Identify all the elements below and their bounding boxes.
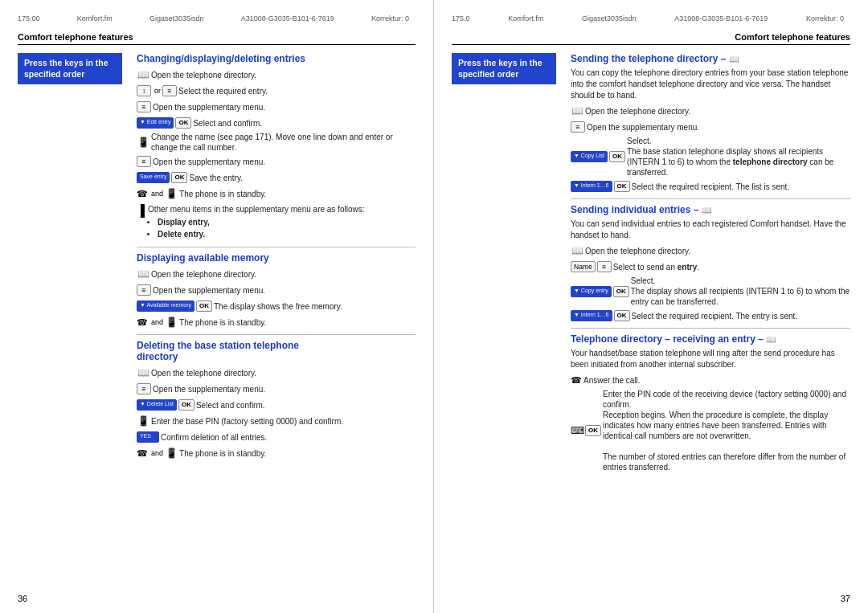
menu-key-4: ≡ — [137, 284, 151, 296]
step-row: Save entry OK Save the entry. — [137, 170, 416, 185]
step-row: ⌨ OK Enter the PIN code of the receiving… — [571, 389, 850, 472]
step-row: 📖 Open the telephone directory. — [137, 67, 416, 82]
ok-key-r2: OK — [614, 181, 630, 192]
heading-receiving: Telephone directory – receiving an entry… — [571, 333, 850, 345]
heading-individual: Sending individual entries – 📖 — [571, 204, 850, 215]
step-row: ≡ Open the supplementary menu. — [571, 120, 850, 134]
avail-memory-key: ▼ Available memory — [137, 300, 194, 312]
intern-key-r2: ▼ Intern 1…6 — [571, 310, 612, 321]
step-row: YES Confirm deletion of all entries. — [137, 430, 416, 444]
menu-key-r2: ≡ — [597, 261, 612, 272]
heading-deleting: Deleting the base station telephonedirec… — [137, 340, 416, 362]
ok-key-r3: OK — [613, 286, 629, 297]
step-row: ≡ Open the supplementary menu. — [137, 283, 416, 297]
phone-icon-3: ☎ — [137, 448, 148, 459]
step-row: 📖 Open the telephone directory. — [137, 366, 416, 380]
meta-korrektur-right: Korrektur: 0 — [806, 14, 844, 22]
step-row: 📱 Enter the base PIN (factory setting 00… — [137, 414, 416, 428]
keypad-icon-r1: ⌨ — [571, 424, 583, 437]
right-left-col: Press the keys in thespecified order — [452, 53, 564, 474]
step-row: ☎ Answer the call. — [571, 373, 850, 387]
handset-icon-1: 📱 — [137, 136, 149, 149]
book-icon-1: 📖 — [137, 68, 149, 81]
individual-intro: You can send individual entries to each … — [571, 219, 850, 241]
meta-version-left: 175.00 — [18, 14, 40, 22]
right-page: 175.0 Komfort.fm Gigaset3035isdn A31008-… — [434, 0, 868, 613]
ok-key-4: OK — [178, 399, 194, 411]
menu-key-3: ≡ — [137, 156, 151, 167]
step-row: ☎ and 📱 The phone is in standby. — [137, 315, 416, 329]
sending-intro: You can copy the telephone directory ent… — [571, 67, 850, 101]
book-icon-3: 📖 — [137, 366, 149, 379]
copy-list-key: ▼ Copy List — [571, 151, 608, 162]
meta-gigaset-left: Gigaset3035isdn — [149, 14, 204, 22]
menu-key-2: ≡ — [137, 101, 151, 112]
meta-gigaset-right: Gigaset3035isdn — [582, 14, 637, 22]
blue-box-left: Press the keys in thespecified order — [18, 53, 122, 84]
heading-sending: Sending the telephone directory – 📖 — [571, 53, 850, 64]
handset-icon-2: 📱 — [165, 187, 178, 200]
left-col-keys: Press the keys in thespecified order — [18, 53, 130, 462]
yes-key: YES — [137, 431, 159, 443]
receiving-intro: Your handset/base station telephone will… — [571, 348, 850, 370]
handset-icon-5: 📱 — [165, 447, 178, 460]
step-row: Name ≡ Select to send an entry. — [571, 260, 850, 274]
handset-icon-3: 📱 — [165, 316, 178, 329]
step-row: ☎ and 📱 The phone is in standby. — [137, 446, 416, 460]
meta-korrektur-left: Korrektur: 0 — [371, 14, 409, 22]
divider-1 — [137, 247, 416, 247]
heading-changing: Changing/displaying/deleting entries — [137, 53, 416, 64]
step-row: ▼ Intern 1…6 OK Select the required reci… — [571, 309, 850, 323]
meta-komfort-left: Komfort.fm — [77, 14, 113, 22]
ok-key-r1: OK — [609, 151, 625, 162]
menu-key: ≡ — [162, 85, 177, 96]
step-row: ▼ Available memory OK The display shows … — [137, 299, 416, 313]
save-entry-key: Save entry — [137, 172, 170, 183]
step-row: ≡ Open the supplementary menu. — [137, 154, 416, 169]
step-row: ☎ and 📱 The phone is in standby. — [137, 186, 416, 201]
page-num-left: 36 — [18, 594, 27, 603]
copy-entry-key: ▼ Copy entry — [571, 286, 612, 297]
book-icon-r2: 📖 — [571, 244, 583, 257]
ok-key-3: OK — [196, 300, 212, 312]
name-key: Name — [571, 261, 596, 272]
left-section-title: Comfort telephone features — [18, 32, 416, 45]
step-row: 📖 Open the telephone directory. — [571, 243, 850, 258]
meta-code-left: A31008-G3035-B101-6-7619 — [241, 14, 334, 22]
left-header-meta: 175.00 Komfort.fm Gigaset3035isdn A31008… — [18, 14, 416, 26]
note-icon: ▐ — [137, 204, 145, 217]
divider-r1 — [571, 198, 850, 199]
divider-r2 — [571, 328, 850, 329]
right-header-meta: 175.0 Komfort.fm Gigaset3035isdn A31008-… — [452, 14, 850, 26]
meta-version-right: 175.0 — [452, 14, 470, 22]
note-box: ▐ Other menu items in the supplementary … — [137, 204, 416, 242]
divider-2 — [137, 334, 416, 335]
heading-memory: Displaying available memory — [137, 252, 416, 264]
ok-key-r4: OK — [614, 310, 630, 321]
step-row: ≡ Open the supplementary menu. — [137, 100, 416, 114]
blue-box-right: Press the keys in thespecified order — [452, 53, 556, 84]
nav-key: ↕ — [137, 85, 151, 96]
step-row: 📱 Change the name (see page 171). Move o… — [137, 132, 416, 153]
book-icon-r1: 📖 — [571, 104, 583, 117]
delete-list-key: ▼ Delete List — [137, 399, 177, 411]
phone-icon-r1: ☎ — [571, 375, 582, 386]
step-row: ≡ Open the supplementary menu. — [137, 382, 416, 396]
step-row: 📖 Open the telephone directory. — [137, 267, 416, 281]
ok-key-r5: OK — [585, 425, 601, 436]
phone-icon-2: ☎ — [137, 317, 148, 328]
step-row: ▼ Edit entry OK Select and confirm. — [137, 116, 416, 130]
right-section-title: Comfort telephone features — [452, 32, 850, 45]
page-num-right: 37 — [841, 594, 850, 603]
intern-key-r1: ▼ Intern 1…6 — [571, 181, 612, 192]
phone-icon-1: ☎ — [137, 189, 148, 199]
left-page: 175.00 Komfort.fm Gigaset3035isdn A31008… — [0, 0, 434, 613]
step-row: ▼ Copy List OK Select.The base station t… — [571, 136, 850, 178]
right-col-content: Changing/displaying/deleting entries 📖 O… — [130, 53, 416, 462]
right-right-col: Sending the telephone directory – 📖 You … — [564, 53, 850, 474]
step-row: 📖 Open the telephone directory. — [571, 104, 850, 118]
step-row: ↕ or ≡ Select the required entry. — [137, 84, 416, 98]
edit-entry-key: ▼ Edit entry — [137, 117, 174, 129]
step-row: ▼ Copy entry OK Select.The display shows… — [571, 276, 850, 307]
handset-icon-4: 📱 — [137, 415, 149, 427]
